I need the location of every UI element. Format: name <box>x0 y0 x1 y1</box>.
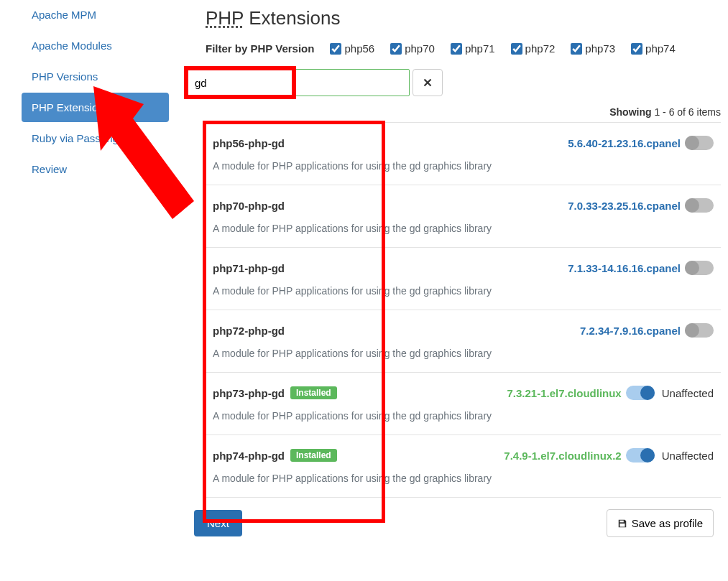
filter-checkbox-php72[interactable] <box>511 43 522 55</box>
extension-name: php74-php-gd <box>213 450 285 462</box>
extension-description: A module for PHP applications for using … <box>213 473 714 484</box>
next-button[interactable]: Next <box>194 510 242 536</box>
list-item: php70-php-gd7.0.33-23.25.16.cpanelA modu… <box>206 185 721 247</box>
main-content: PHP Extensions Filter by PHP Version php… <box>180 0 728 537</box>
extension-toggle[interactable] <box>685 261 714 275</box>
extension-description: A module for PHP applications for using … <box>213 348 714 359</box>
extension-toggle[interactable] <box>685 323 714 338</box>
clear-search-button[interactable] <box>413 69 443 96</box>
page-title-suffix: Extensions <box>244 7 340 29</box>
list-item: php56-php-gd5.6.40-21.23.16.cpanelA modu… <box>206 122 721 185</box>
close-icon <box>423 78 432 87</box>
page-title-prefix: PHP <box>206 7 244 29</box>
extension-name: php72-php-gd <box>213 325 285 337</box>
filter-checkbox-php74[interactable] <box>631 43 642 55</box>
search-input[interactable] <box>187 69 410 96</box>
installed-badge: Installed <box>290 386 337 399</box>
search-row <box>187 69 721 96</box>
extension-toggle[interactable] <box>685 136 714 150</box>
page-title: PHP Extensions <box>206 7 721 29</box>
extension-list: php56-php-gd5.6.40-21.23.16.cpanelA modu… <box>206 122 721 498</box>
filter-option-php56[interactable]: php56 <box>330 42 374 55</box>
filter-option-php73[interactable]: php73 <box>571 42 615 55</box>
filter-checkbox-php71[interactable] <box>451 43 462 55</box>
filter-option-php72[interactable]: php72 <box>511 42 556 55</box>
showing-text: Showing 1 - 6 of 6 items <box>187 106 721 118</box>
extension-version: 7.4.9-1.el7.cloudlinux.2 <box>504 450 621 462</box>
sidebar-item-apache-mpm[interactable]: Apache MPM <box>22 0 169 29</box>
list-item: php71-php-gd7.1.33-14.16.16.cpanelA modu… <box>206 247 721 310</box>
extension-toggle[interactable] <box>626 386 655 400</box>
extension-name: php56-php-gd <box>213 137 285 149</box>
extension-description: A module for PHP applications for using … <box>213 285 714 297</box>
filter-checkbox-php56[interactable] <box>330 43 341 55</box>
extension-name: php73-php-gd <box>213 387 285 399</box>
sidebar-item-apache-modules[interactable]: Apache Modules <box>22 31 169 60</box>
extension-toggle[interactable] <box>685 198 714 213</box>
filter-row: Filter by PHP Version php56php70php71php… <box>206 42 721 55</box>
extension-description: A module for PHP applications for using … <box>213 223 714 234</box>
extension-version: 7.2.34-7.9.16.cpanel <box>580 325 681 337</box>
filter-checkbox-php70[interactable] <box>390 43 402 55</box>
footer: Next Save as profile <box>187 509 721 537</box>
save-icon <box>617 519 627 529</box>
filter-label: Filter by PHP Version <box>206 42 314 55</box>
save-profile-button[interactable]: Save as profile <box>607 509 714 537</box>
installed-badge: Installed <box>290 449 337 462</box>
extension-toggle[interactable] <box>626 448 655 463</box>
list-item: php72-php-gd7.2.34-7.9.16.cpanelA module… <box>206 310 721 372</box>
extension-version: 7.1.33-14.16.16.cpanel <box>568 262 681 274</box>
status-text: Unaffected <box>662 450 714 462</box>
sidebar-item-ruby-via-passenger[interactable]: Ruby via Passenger <box>22 124 169 153</box>
extension-version: 7.3.21-1.el7.cloudlinux <box>507 387 621 399</box>
filter-option-php71[interactable]: php71 <box>451 42 495 55</box>
list-item: php73-php-gdInstalled7.3.21-1.el7.cloudl… <box>206 372 721 434</box>
sidebar-item-php-extensions[interactable]: PHP Extensions <box>22 93 169 122</box>
extension-description: A module for PHP applications for using … <box>213 410 714 422</box>
status-text: Unaffected <box>662 387 714 399</box>
filter-checkbox-php73[interactable] <box>571 43 582 55</box>
filter-option-php74[interactable]: php74 <box>631 42 676 55</box>
extension-version: 7.0.33-23.25.16.cpanel <box>568 200 681 212</box>
sidebar-item-php-versions[interactable]: PHP Versions <box>22 62 169 91</box>
filter-option-php70[interactable]: php70 <box>390 42 435 55</box>
extension-name: php70-php-gd <box>213 200 285 212</box>
sidebar-item-review[interactable]: Review <box>22 154 169 184</box>
extension-description: A module for PHP applications for using … <box>213 160 714 172</box>
list-item: php74-php-gdInstalled7.4.9-1.el7.cloudli… <box>206 434 721 498</box>
sidebar: Apache MPMApache ModulesPHP VersionsPHP … <box>0 0 180 537</box>
extension-name: php71-php-gd <box>213 262 285 274</box>
extension-version: 5.6.40-21.23.16.cpanel <box>568 137 681 149</box>
